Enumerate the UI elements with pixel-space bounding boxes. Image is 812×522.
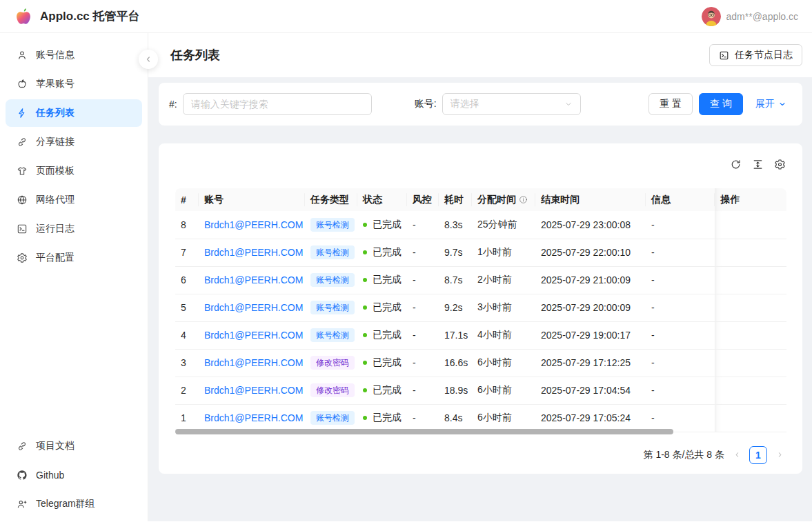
apple-logo-icon xyxy=(14,7,33,26)
cell-risk: - xyxy=(407,349,439,377)
reset-button[interactable]: 重 置 xyxy=(648,93,693,115)
column-header-status: 状态 xyxy=(357,188,407,211)
sidebar-item-link[interactable]: 项目文档 xyxy=(6,432,142,460)
status-badge: 已完成 xyxy=(363,219,402,231)
account-label: 账号: xyxy=(415,98,437,110)
account-link[interactable]: Brdch1@PEERH.COM xyxy=(204,274,303,285)
cell-assigned-time: 25分钟前 xyxy=(472,211,535,239)
sidebar-item-label: 项目文档 xyxy=(36,440,75,452)
status-dot xyxy=(363,223,367,227)
page-number-1[interactable]: 1 xyxy=(749,446,767,464)
column-header-end: 结束时间 xyxy=(535,188,646,211)
column-header-id: # xyxy=(175,188,199,211)
info-circle-icon[interactable] xyxy=(519,195,528,204)
keyword-search-input[interactable] xyxy=(183,93,372,115)
cell-id: 5 xyxy=(175,294,199,321)
cell-risk: - xyxy=(407,294,439,321)
cell-task-type: 账号检测 xyxy=(305,211,357,239)
cell-info: - xyxy=(646,294,715,321)
brand: Applo.cc 托管平台 xyxy=(14,7,140,26)
cell-task-type: 修改密码 xyxy=(305,377,357,404)
next-page-button[interactable] xyxy=(773,451,786,459)
cell-duration: 9.7s xyxy=(439,239,472,266)
task-type-badge: 修改密码 xyxy=(310,356,355,370)
cell-end-time: 2025-07-29 19:00:17 xyxy=(535,321,646,349)
sidebar-item-github[interactable]: Github xyxy=(6,461,142,489)
task-table-card: #账号任务类型状态风控耗时分配时间结束时间信息操作 8Brdch1@PEERH.… xyxy=(159,143,802,474)
query-button[interactable]: 查 询 xyxy=(699,93,743,115)
cell-info: - xyxy=(646,239,715,266)
account-link[interactable]: Brdch1@PEERH.COM xyxy=(204,357,303,368)
expand-filters-link[interactable]: 展开 xyxy=(755,98,786,110)
cell-duration: 8.3s xyxy=(439,211,472,239)
collapse-sidebar-button[interactable] xyxy=(139,50,158,69)
user-menu[interactable]: adm**@applo.cc xyxy=(702,7,799,26)
cell-info: - xyxy=(646,404,715,432)
skin-icon xyxy=(17,165,28,177)
prev-page-button[interactable] xyxy=(731,451,743,459)
column-height-icon[interactable] xyxy=(752,159,764,170)
pagination: 第 1-8 条/总共 8 条 1 xyxy=(175,446,786,464)
app-header: Applo.cc 托管平台 adm**@applo.cc xyxy=(0,0,812,33)
sidebar-item-label: 平台配置 xyxy=(36,252,75,264)
account-link[interactable]: Brdch1@PEERH.COM xyxy=(204,247,303,258)
cell-end-time: 2025-07-29 21:00:09 xyxy=(535,266,646,294)
code-icon xyxy=(719,50,729,61)
chevron-left-icon xyxy=(144,55,152,63)
status-dot xyxy=(363,278,367,282)
account-filter: 账号: 请选择 xyxy=(415,93,581,115)
reload-icon[interactable] xyxy=(730,159,742,170)
cell-assigned-time: 6小时前 xyxy=(472,404,535,432)
table-header-row: #账号任务类型状态风控耗时分配时间结束时间信息操作 xyxy=(175,188,786,211)
status-dot xyxy=(363,250,367,254)
sidebar-item-label: 账号信息 xyxy=(36,49,75,61)
sidebar-item-code[interactable]: 运行日志 xyxy=(6,215,142,243)
table-row: 4Brdch1@PEERH.COM账号检测已完成-17.1s4小时前2025-0… xyxy=(175,321,786,349)
status-dot xyxy=(363,388,367,392)
cell-info: - xyxy=(646,211,715,239)
account-link[interactable]: Brdch1@PEERH.COM xyxy=(204,219,303,230)
sidebar-item-user[interactable]: 账号信息 xyxy=(6,41,142,69)
sidebar-item-apple[interactable]: 苹果账号 xyxy=(6,70,142,98)
cell-info: - xyxy=(646,377,715,404)
expand-label: 展开 xyxy=(755,98,775,110)
account-link[interactable]: Brdch1@PEERH.COM xyxy=(204,302,303,313)
user-email: adm**@applo.cc xyxy=(726,11,799,22)
cell-id: 7 xyxy=(175,239,199,266)
account-link[interactable]: Brdch1@PEERH.COM xyxy=(204,330,303,341)
sidebar-item-usergroup-add[interactable]: Telegram群组 xyxy=(6,490,142,518)
sidebar-item-thunderbolt[interactable]: 任务列表 xyxy=(6,99,142,127)
cell-duration: 9.2s xyxy=(439,294,472,321)
sidebar-item-label: 任务列表 xyxy=(36,107,75,119)
table-row: 6Brdch1@PEERH.COM账号检测已完成-8.7s2小时前2025-07… xyxy=(175,266,786,294)
account-select[interactable]: 请选择 xyxy=(442,93,581,115)
sidebar-item-label: Github xyxy=(36,470,64,481)
cell-id: 3 xyxy=(175,349,199,377)
cell-risk: - xyxy=(407,404,439,432)
chevron-left-icon xyxy=(733,451,741,459)
account-link[interactable]: Brdch1@PEERH.COM xyxy=(204,385,303,396)
keyword-label: #: xyxy=(169,99,177,110)
settings-icon[interactable] xyxy=(774,159,786,170)
sidebar-footer-nav: 项目文档GithubTelegram群组 xyxy=(0,431,148,519)
sidebar-item-link[interactable]: 分享链接 xyxy=(6,128,142,156)
apple-icon xyxy=(17,79,28,90)
cell-account: Brdch1@PEERH.COM xyxy=(199,294,305,321)
table-row: 3Brdch1@PEERH.COM修改密码已完成-16.6s6小时前2025-0… xyxy=(175,349,786,377)
task-node-log-button[interactable]: 任务节点日志 xyxy=(709,44,802,66)
cell-id: 4 xyxy=(175,321,199,349)
sidebar-item-skin[interactable]: 页面模板 xyxy=(6,157,142,185)
task-table-body: 8Brdch1@PEERH.COM账号检测已完成-8.3s25分钟前2025-0… xyxy=(175,211,786,432)
cell-risk: - xyxy=(407,266,439,294)
sidebar: 账号信息苹果账号任务列表分享链接页面模板网络代理运行日志平台配置 项目文档Git… xyxy=(0,33,148,521)
link-icon xyxy=(17,441,28,452)
cell-task-type: 账号检测 xyxy=(305,294,357,321)
cell-assigned-time: 2小时前 xyxy=(472,266,535,294)
horizontal-scrollbar[interactable] xyxy=(175,429,673,434)
status-badge: 已完成 xyxy=(363,246,402,259)
task-type-badge: 账号检测 xyxy=(310,218,355,232)
sidebar-item-gear[interactable]: 平台配置 xyxy=(6,244,142,272)
sidebar-item-globe[interactable]: 网络代理 xyxy=(6,186,142,214)
usergroup-add-icon xyxy=(17,499,28,510)
account-link[interactable]: Brdch1@PEERH.COM xyxy=(204,412,303,423)
